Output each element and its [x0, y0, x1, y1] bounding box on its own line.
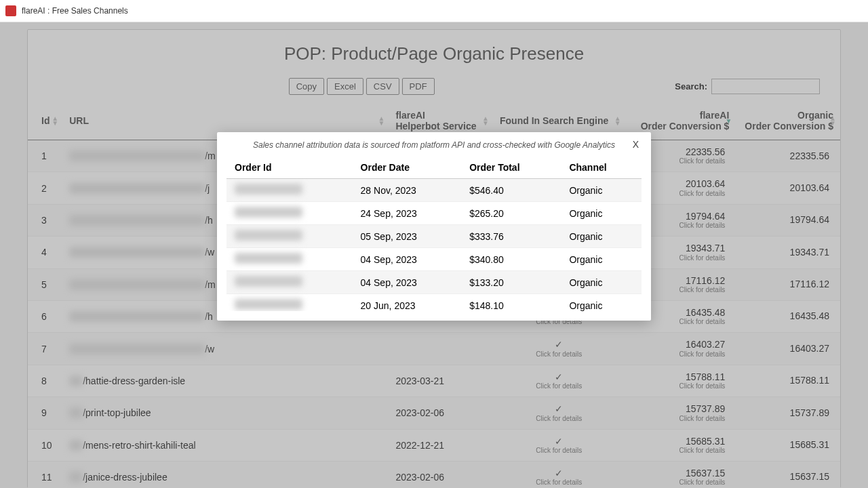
modal-note: Sales channel attribution data is source…: [226, 138, 642, 157]
title-bar: flareAI : Free Sales Channels: [0, 0, 868, 22]
attribution-modal: X Sales channel attribution data is sour…: [217, 132, 651, 321]
modal-row: 04 Sep, 2023$340.80Organic: [226, 248, 642, 271]
cell-order-total: $133.20: [461, 271, 561, 294]
cell-channel: Organic: [561, 179, 642, 202]
cell-channel: Organic: [561, 225, 642, 248]
cell-order-total: $333.76: [461, 225, 561, 248]
cell-order-id: [226, 271, 353, 294]
col-order-id: Order Id: [226, 157, 353, 179]
modal-table: Order Id Order Date Order Total Channel …: [226, 157, 642, 311]
col-order-date: Order Date: [353, 157, 462, 179]
close-button[interactable]: X: [633, 139, 639, 150]
cell-order-id: [226, 225, 353, 248]
col-order-total: Order Total: [461, 157, 561, 179]
cell-channel: Organic: [561, 294, 642, 312]
cell-order-id: [226, 294, 353, 312]
cell-channel: Organic: [561, 271, 642, 294]
cell-order-total: $148.10: [461, 294, 561, 312]
cell-order-date: 28 Nov, 2023: [353, 179, 462, 202]
window-title: flareAI : Free Sales Channels: [22, 6, 128, 16]
modal-overlay[interactable]: X Sales channel attribution data is sour…: [0, 22, 868, 488]
cell-order-total: $546.40: [461, 179, 561, 202]
modal-scroll[interactable]: Order Id Order Date Order Total Channel …: [226, 157, 642, 311]
cell-order-date: 05 Sep, 2023: [353, 225, 462, 248]
cell-order-total: $265.20: [461, 202, 561, 225]
cell-order-date: 24 Sep, 2023: [353, 202, 462, 225]
modal-row: 20 Jun, 2023$148.10Organic: [226, 294, 642, 312]
cell-order-total: $340.80: [461, 248, 561, 271]
cell-order-date: 04 Sep, 2023: [353, 271, 462, 294]
cell-order-date: 20 Jun, 2023: [353, 294, 462, 312]
cell-order-id: [226, 202, 353, 225]
cell-order-id: [226, 248, 353, 271]
cell-channel: Organic: [561, 248, 642, 271]
app-icon: [5, 5, 16, 16]
col-channel: Channel: [561, 157, 642, 179]
modal-row: 04 Sep, 2023$133.20Organic: [226, 271, 642, 294]
cell-order-date: 04 Sep, 2023: [353, 248, 462, 271]
modal-row: 05 Sep, 2023$333.76Organic: [226, 225, 642, 248]
modal-row: 28 Nov, 2023$546.40Organic: [226, 179, 642, 202]
cell-channel: Organic: [561, 202, 642, 225]
cell-order-id: [226, 179, 353, 202]
modal-row: 24 Sep, 2023$265.20Organic: [226, 202, 642, 225]
